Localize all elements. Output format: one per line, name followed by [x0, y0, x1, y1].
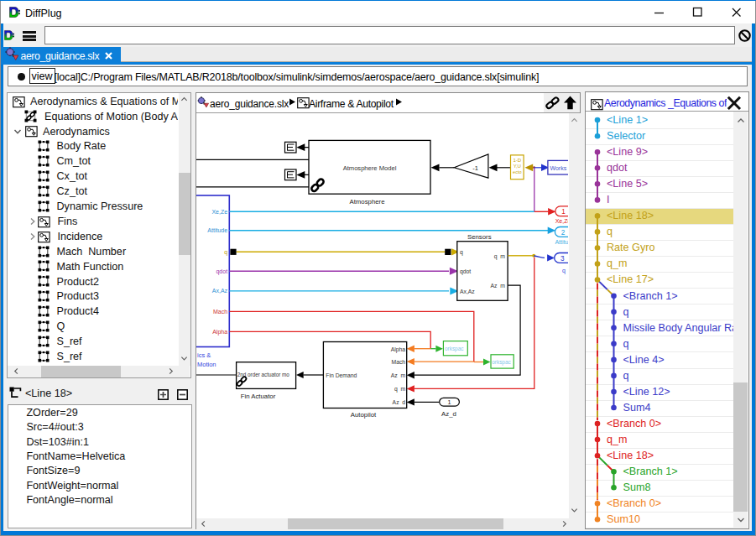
svg-text:Sensors: Sensors	[467, 232, 491, 240]
svg-text:ics &: ics &	[197, 351, 211, 359]
svg-text:Atmosphere: Atmosphere	[349, 198, 384, 206]
svg-text:Az_d: Az_d	[441, 410, 456, 418]
svg-text:-1: -1	[472, 164, 478, 171]
svg-text:ecto: ecto	[513, 169, 521, 174]
svg-text:qdot: qdot	[216, 268, 227, 274]
svg-text:Az d: Az d	[392, 399, 405, 405]
svg-text:q: q	[460, 249, 463, 256]
svg-text:Ax,Az: Ax,Az	[211, 288, 227, 294]
svg-text:Attitude: Attitude	[207, 227, 227, 233]
svg-text:Works: Works	[550, 164, 566, 170]
svg-text:2: 2	[560, 228, 565, 236]
svg-text:Motion: Motion	[197, 361, 216, 368]
svg-text:Mach: Mach	[212, 308, 227, 314]
svg-text:Attitu: Attitu	[555, 238, 568, 244]
svg-text:1: 1	[561, 208, 566, 216]
svg-text:q m: q m	[394, 385, 405, 392]
svg-text:Autopilot: Autopilot	[350, 410, 376, 418]
svg-text:1-D: 1-D	[513, 158, 521, 163]
svg-text:orkspac: orkspac	[492, 358, 511, 365]
svg-text:q m: q m	[493, 252, 505, 259]
svg-text:q: q	[561, 267, 565, 273]
svg-text:Alpha: Alpha	[390, 346, 405, 352]
svg-text:3: 3	[560, 254, 565, 262]
svg-text:Az m: Az m	[390, 372, 405, 378]
svg-text:Ax,Az: Ax,Az	[460, 288, 475, 294]
svg-text:orkspac: orkspac	[445, 346, 464, 352]
svg-text:qdot: qdot	[460, 268, 471, 274]
svg-text:Atmosphere Model: Atmosphere Model	[342, 164, 396, 171]
svg-text:Xe,Ze: Xe,Ze	[211, 208, 227, 214]
svg-text:Y,U: Y,U	[513, 164, 520, 169]
svg-text:q: q	[224, 248, 227, 255]
svg-text:Fin Demand: Fin Demand	[326, 372, 357, 378]
svg-text:Alpha: Alpha	[212, 328, 227, 335]
svg-text:1: 1	[447, 398, 451, 406]
svg-text:Xe,Ze: Xe,Ze	[555, 217, 568, 223]
svg-text:Fin Actuator: Fin Actuator	[240, 392, 275, 399]
svg-text:Mach: Mach	[391, 358, 405, 364]
svg-text:Az m: Az m	[490, 282, 505, 288]
